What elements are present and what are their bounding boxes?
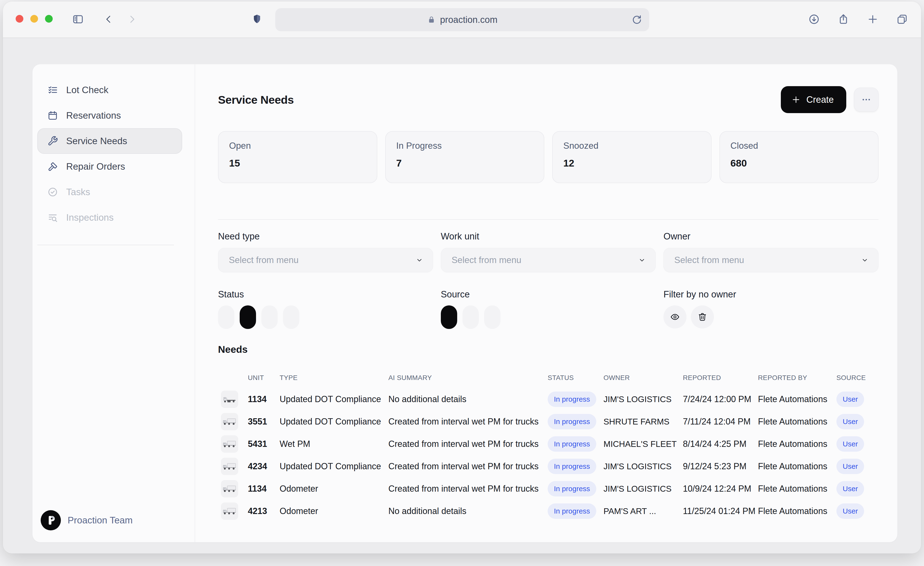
- cell-reported-by: Flete Automations: [758, 394, 836, 404]
- eye-icon: [670, 312, 680, 322]
- filter-select-need-type[interactable]: Select from menu: [218, 248, 433, 272]
- vehicle-thumbnail: [221, 390, 238, 408]
- select-placeholder: Select from menu: [452, 255, 521, 265]
- sidebar-toggle-icon[interactable]: [72, 14, 84, 25]
- back-icon[interactable]: [103, 14, 114, 25]
- select-placeholder: Select from menu: [674, 255, 744, 265]
- table-row-unit-3551[interactable]: 3551 Updated DOT Compliance Created from…: [221, 410, 879, 433]
- box-truck-icon: [222, 485, 237, 493]
- status-pill-open[interactable]: [218, 305, 234, 329]
- vehicle-thumbnail: [221, 503, 238, 520]
- stat-value: 15: [229, 158, 366, 169]
- check-circle-icon: [47, 187, 58, 197]
- sidebar-item-lot-check[interactable]: Lot Check: [37, 77, 182, 103]
- cell-ai-summary: No additional details: [388, 506, 548, 516]
- reload-icon[interactable]: [631, 14, 642, 26]
- cell-reported-by: Flete Automations: [758, 506, 836, 516]
- sidebar-item-repair-orders[interactable]: Repair Orders: [37, 154, 182, 179]
- table-row-unit-5431[interactable]: 5431 Wet PM Created from interval wet PM…: [221, 433, 879, 455]
- new-tab-icon[interactable]: [867, 14, 879, 25]
- table-row-unit-1134[interactable]: 1134 Odometer Created from interval wet …: [221, 477, 879, 500]
- tab-bar: [218, 198, 879, 216]
- status-pill-snoozed[interactable]: [261, 305, 278, 329]
- sidebar-item-reservations[interactable]: Reservations: [37, 103, 182, 128]
- cell-ai-summary: Created from interval wet PM for trucks: [388, 417, 548, 427]
- column-header-unit: UNIT: [248, 374, 280, 382]
- table-section-title: Needs: [218, 344, 879, 355]
- team-switcher[interactable]: Proaction Team: [40, 510, 133, 530]
- stat-card-snoozed[interactable]: Snoozed 12: [552, 131, 711, 183]
- stat-value: 7: [396, 158, 534, 169]
- cell-reported-by: Flete Automations: [758, 484, 836, 494]
- privacy-shield-icon[interactable]: [251, 14, 263, 25]
- stat-card-in-progress[interactable]: In Progress 7: [385, 131, 544, 183]
- cell-owner: JIM'S LOGISTICS: [603, 462, 683, 471]
- tabs-overview-icon[interactable]: [896, 14, 908, 25]
- lock-icon: [427, 15, 436, 24]
- stat-card-closed[interactable]: Closed 680: [720, 131, 879, 183]
- cell-owner: JIM'S LOGISTICS: [603, 484, 683, 494]
- status-badge: In progress: [548, 414, 596, 429]
- cell-unit: 1134: [248, 484, 280, 494]
- minimize-window-button[interactable]: [30, 15, 38, 23]
- cell-owner: PAM'S ART ...: [603, 506, 683, 516]
- stat-value: 680: [730, 158, 868, 169]
- cell-owner: JIM'S LOGISTICS: [603, 395, 683, 404]
- share-icon[interactable]: [838, 14, 849, 25]
- cell-reported-by: Flete Automations: [758, 439, 836, 449]
- create-button-label: Create: [806, 95, 834, 105]
- cell-type: Updated DOT Compliance: [280, 461, 388, 471]
- source-badge: User: [836, 503, 864, 519]
- download-icon[interactable]: [808, 14, 820, 25]
- cell-unit: 5431: [248, 439, 280, 449]
- sidebar-item-tasks[interactable]: Tasks: [37, 179, 182, 205]
- filter-select-work-unit[interactable]: Select from menu: [441, 248, 656, 272]
- chevron-down-icon: [638, 256, 646, 264]
- close-window-button[interactable]: [16, 15, 23, 23]
- source-badge: User: [836, 392, 864, 407]
- status-pill-in-progress[interactable]: [240, 305, 256, 329]
- column-header-owner: OWNER: [603, 374, 683, 382]
- source-pill-user[interactable]: [441, 305, 457, 329]
- stat-cards: Open 15 In Progress 7 Snoozed 12 Closed …: [218, 131, 879, 183]
- sidebar-item-inspections[interactable]: Inspections: [37, 205, 182, 230]
- toolbar-actions: [808, 14, 908, 25]
- cell-owner: MICHAEL'S FLEET: [603, 439, 683, 449]
- source-pill-telematics[interactable]: [484, 305, 501, 329]
- status-filter-group: Status: [218, 289, 433, 329]
- table-row-unit-4213[interactable]: 4213 Odometer No additional details In p…: [221, 500, 879, 522]
- browser-window: proaction.com Lot Check Reservations Ser…: [3, 2, 921, 554]
- column-header-thumbnail: [221, 374, 248, 382]
- stat-card-open[interactable]: Open 15: [218, 131, 377, 183]
- stat-label: In Progress: [396, 141, 534, 151]
- cell-type: Wet PM: [280, 439, 388, 449]
- sidebar-item-service-needs[interactable]: Service Needs: [37, 128, 182, 154]
- sidebar-divider: [37, 245, 174, 245]
- table-row-unit-1134[interactable]: 1134 Updated DOT Compliance No additiona…: [221, 388, 879, 410]
- filter-select-label: Need type: [218, 231, 433, 242]
- filter-select-owner[interactable]: Select from menu: [663, 248, 879, 272]
- status-badge: In progress: [548, 503, 596, 519]
- table-header-row: UNITTYPEAI SUMMARYSTATUSOWNERREPORTEDREP…: [221, 374, 879, 382]
- needs-table: UNITTYPEAI SUMMARYSTATUSOWNERREPORTEDREP…: [221, 374, 879, 522]
- sidebar-nav: Lot Check Reservations Service Needs Rep…: [33, 64, 195, 230]
- clear-filter-button[interactable]: [691, 305, 714, 329]
- source-pill-interval[interactable]: [462, 305, 479, 329]
- more-options-button[interactable]: [854, 88, 879, 112]
- zoom-window-button[interactable]: [45, 15, 53, 23]
- cell-reported: 8/14/24 4:25 PM: [683, 439, 758, 449]
- cell-type: Updated DOT Compliance: [280, 394, 388, 404]
- cell-unit: 1134: [248, 394, 280, 404]
- show-no-owner-button[interactable]: [663, 305, 687, 329]
- cell-type: Updated DOT Compliance: [280, 417, 388, 427]
- table-row-unit-4234[interactable]: 4234 Updated DOT Compliance Created from…: [221, 455, 879, 477]
- status-pill-closed[interactable]: [283, 305, 299, 329]
- status-badge: In progress: [548, 392, 596, 407]
- create-button[interactable]: Create: [781, 86, 846, 113]
- address-bar[interactable]: proaction.com: [275, 8, 649, 31]
- cell-unit: 4213: [248, 506, 280, 516]
- ellipsis-icon: [861, 95, 871, 105]
- cell-unit: 4234: [248, 461, 280, 471]
- box-truck-icon: [222, 440, 237, 448]
- cell-owner: SHRUTE FARMS: [603, 417, 683, 426]
